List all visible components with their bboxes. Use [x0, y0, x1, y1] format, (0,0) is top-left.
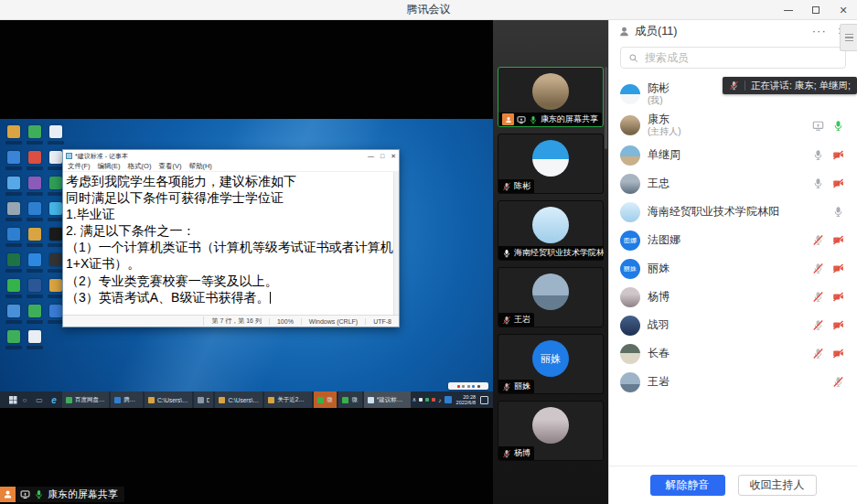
tray-icon[interactable] [432, 398, 435, 402]
members-panel-footer: 解除静音 收回主持人 [609, 466, 857, 504]
camera-off-icon[interactable] [832, 319, 844, 331]
desktop-icon-ie [28, 202, 41, 215]
mic-muted-icon[interactable] [812, 234, 824, 246]
taskbar-button-meeting[interactable]: 腾讯会议 [111, 391, 143, 408]
taskbar-button-wechat-flashing[interactable]: 微信 [314, 391, 337, 408]
notepad-line: 1.毕业证 [66, 206, 396, 222]
toolbar-icon [472, 385, 475, 388]
ie-taskbar-icon[interactable]: e [48, 391, 60, 408]
text-caret [270, 292, 271, 304]
camera-off-icon[interactable] [832, 234, 844, 246]
notepad-maximize-button[interactable]: □ [380, 153, 384, 159]
restore-button[interactable] [802, 0, 830, 20]
camera-off-icon[interactable] [832, 149, 844, 161]
taskbar-clock[interactable]: 20:28 2022/6/8 [455, 394, 477, 406]
mic-on-icon[interactable] [832, 120, 844, 132]
camera-off-icon[interactable] [832, 263, 844, 274]
shared-desktop: *建议标准 - 记事本 — □ ✕ 文件(F) 编辑(E) 格式(O) 查看(V… [0, 119, 493, 408]
video-thumbnail-linyang[interactable]: 海南经贸职业技术学院林阳 [498, 200, 604, 261]
more-options-icon[interactable]: ··· [812, 27, 827, 36]
task-view-button[interactable]: ▭ [33, 391, 46, 408]
video-thumbnail-yangbo[interactable]: 杨博 [498, 401, 604, 461]
member-row-lishu[interactable]: 丽姝 丽姝 [609, 254, 857, 283]
member-row-yangbo[interactable]: 杨博 [609, 283, 857, 311]
tray-icon[interactable] [425, 398, 429, 402]
member-search-box[interactable] [620, 47, 846, 69]
action-center-icon[interactable] [480, 396, 488, 404]
camera-off-icon[interactable] [832, 348, 844, 359]
start-button[interactable] [2, 391, 16, 408]
unmute-button[interactable]: 解除静音 [650, 475, 725, 496]
mic-muted-icon [502, 316, 511, 325]
menu-help[interactable]: 帮助(H) [188, 162, 211, 171]
meeting-float-toolbar[interactable] [448, 382, 488, 390]
menu-file[interactable]: 文件(F) [68, 162, 91, 171]
taskbar-button-dl[interactable]: DL [194, 391, 214, 408]
taskbar-button-notepad[interactable]: *建议标准 - 记… [364, 391, 411, 408]
taskbar-button-folder[interactable]: 关于近2届国际… [264, 391, 312, 408]
mic-muted-icon[interactable] [812, 291, 824, 303]
mic-icon[interactable] [812, 149, 824, 161]
screen-share-icon[interactable] [812, 120, 824, 132]
member-row-changchun[interactable]: 长春 [609, 339, 857, 368]
notepad-line: 同时满足以下条件可获得准学士学位证 [66, 189, 396, 206]
menu-edit[interactable]: 编辑(E) [98, 162, 121, 171]
notepad-text-area[interactable]: 考虑到我院学生各项能力，建议标准如下 同时满足以下条件可获得准学士学位证 1.毕… [63, 172, 399, 315]
search-input[interactable] [643, 50, 838, 65]
taskbar-button-wechat[interactable]: 微信 [338, 391, 361, 408]
member-row-wangyan[interactable]: 王岩 [609, 368, 857, 396]
tray-icon[interactable] [419, 398, 423, 402]
mic-muted-icon[interactable] [832, 376, 844, 388]
desktop-icon-document [49, 151, 62, 164]
member-row-zhanyu[interactable]: 战羽 [609, 311, 857, 339]
taskbar-button-explorer[interactable]: C:\Users\Admi… [145, 391, 192, 408]
mic-icon[interactable] [832, 206, 844, 218]
search-button[interactable]: ○ [18, 391, 31, 408]
taskbar-button-explorer[interactable]: C:\Users\Admi… [215, 391, 262, 408]
video-thumbnail-wangyan[interactable]: 王岩 [498, 267, 604, 327]
member-name: 单继周 [648, 149, 680, 162]
input-method-icon[interactable] [445, 396, 452, 403]
minimize-button[interactable] [775, 0, 802, 20]
thumbnail-scrollbar[interactable] [605, 67, 607, 469]
notepad-close-button[interactable]: ✕ [391, 153, 396, 160]
desktop-icon-recycle-bin [7, 202, 20, 215]
mic-muted-icon[interactable] [812, 319, 824, 331]
panel-collapse-button[interactable] [840, 24, 857, 51]
member-row-fatuna[interactable]: 图娜 法图娜 [609, 226, 857, 254]
video-thumbnail-kangdong[interactable]: 康东的屏幕共享 [498, 67, 604, 127]
camera-off-icon[interactable] [832, 291, 844, 303]
camera-off-icon[interactable] [832, 177, 844, 189]
member-row-kangdong[interactable]: 康东 (主持人) [609, 110, 857, 141]
member-row-shanjizhou[interactable]: 单继周 [609, 141, 857, 169]
member-name: 陈彬 [648, 82, 670, 95]
reclaim-host-button[interactable]: 收回主持人 [738, 475, 817, 496]
notepad-line: 1+X证书）。 [66, 255, 396, 272]
desktop-icon-word [28, 279, 41, 292]
mic-muted-icon[interactable] [812, 348, 824, 359]
notepad-line: （2）专业类竞赛校赛一等奖及以上。 [66, 273, 396, 289]
video-thumbnail-chenbin[interactable]: 陈彬 [498, 134, 604, 194]
notepad-icon [66, 153, 72, 159]
menu-format[interactable]: 格式(O) [128, 162, 152, 171]
desktop-icon-document [28, 330, 41, 343]
member-row-linyang[interactable]: 海南经贸职业技术学院林阳 [609, 198, 857, 226]
member-name: 王岩 [648, 376, 670, 389]
close-button[interactable]: ✕ [830, 0, 857, 20]
desktop-icon-app [7, 330, 20, 343]
taskbar-button-baidu-netdisk[interactable]: 百度网盘 用户… [62, 391, 109, 408]
speaking-indicator-tooltip: 正在讲话: 康东; 单继周; [723, 77, 857, 94]
notepad-window: *建议标准 - 记事本 — □ ✕ 文件(F) 编辑(E) 格式(O) 查看(V… [62, 149, 400, 327]
notepad-minimize-button[interactable]: — [368, 153, 374, 159]
menu-view[interactable]: 查看(V) [158, 162, 181, 171]
thumbnail-label: 康东的屏幕共享 [541, 113, 598, 125]
mic-muted-icon[interactable] [812, 263, 824, 274]
members-panel: 成员(11) ··· ✕ 陈彬 (我) [608, 20, 857, 504]
member-role: (主持人) [648, 126, 681, 137]
mic-icon[interactable] [812, 177, 824, 189]
tray-expand-icon[interactable]: ∧ [412, 396, 417, 403]
video-thumbnail-lishu[interactable]: 丽姝 丽姝 [498, 334, 604, 394]
person-icon [505, 116, 512, 123]
volume-icon[interactable]: ♪ [438, 397, 441, 403]
member-row-wangzhong[interactable]: 王忠 [609, 169, 857, 198]
